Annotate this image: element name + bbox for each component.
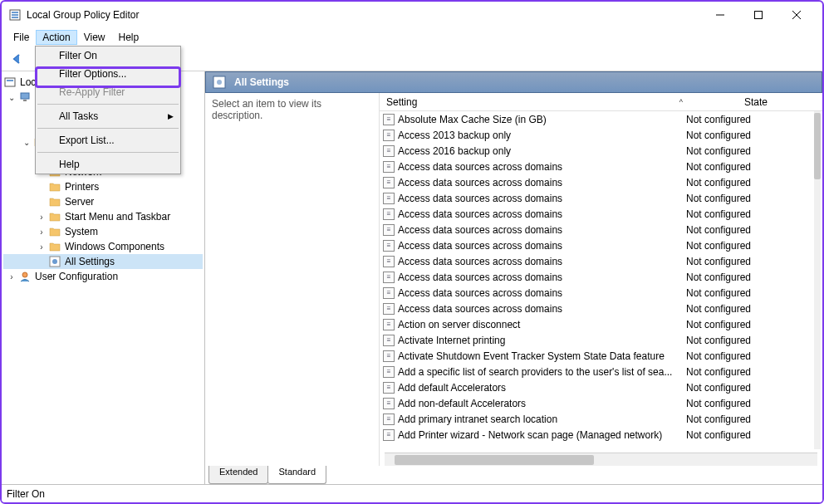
setting-state: Not configured (686, 398, 819, 409)
menu-bar: File Action View Help (2, 28, 822, 46)
list-item[interactable]: ≡Add default AcceleratorsNot configured (380, 379, 822, 395)
setting-state: Not configured (686, 287, 819, 299)
app-icon (8, 8, 22, 22)
setting-name: Access data sources across domains (398, 224, 562, 236)
list-item[interactable]: ≡Action on server disconnectNot configur… (380, 316, 822, 332)
list-item[interactable]: ≡Absolute Max Cache Size (in GB)Not conf… (380, 111, 822, 127)
list-item[interactable]: ≡Access data sources across domainsNot c… (380, 222, 822, 237)
policy-icon (3, 76, 17, 89)
list-item[interactable]: ≡Access data sources across domainsNot c… (380, 206, 822, 222)
description-pane: Select an item to view its description. (205, 93, 380, 466)
scrollbar-thumb[interactable] (814, 113, 821, 179)
list-item[interactable]: ≡Activate Internet printingNot configure… (380, 332, 822, 348)
svg-rect-3 (12, 17, 18, 18)
minimize-button[interactable] (701, 2, 739, 27)
tree-system[interactable]: › System (3, 224, 203, 239)
list-item[interactable]: ≡Access data sources across domainsNot c… (380, 301, 822, 316)
setting-name: Access data sources across domains (398, 272, 562, 283)
setting-state: Not configured (686, 272, 819, 283)
right-body: Select an item to view its description. … (205, 93, 822, 466)
folder-icon (48, 195, 61, 208)
close-button[interactable] (777, 2, 816, 27)
status-text: Filter On (7, 488, 45, 500)
tree-all-settings[interactable]: All Settings (3, 254, 203, 269)
list-item[interactable]: ≡Access data sources across domainsNot c… (380, 285, 822, 301)
list-pane: Setting ^ State ≡Absolute Max Cache Size… (380, 93, 822, 466)
folder-icon (48, 180, 61, 193)
dropdown-separator (37, 104, 179, 105)
policy-item-icon: ≡ (383, 161, 395, 173)
computer-icon (18, 91, 32, 104)
tab-standard[interactable]: Standard (267, 466, 326, 484)
list-item[interactable]: ≡Access 2016 backup onlyNot configured (380, 143, 822, 159)
tree-label: User Configuration (35, 271, 118, 282)
expander-icon[interactable]: › (5, 272, 18, 281)
list-item[interactable]: ≡Access data sources across domainsNot c… (380, 159, 822, 174)
column-state[interactable]: State (689, 96, 822, 108)
tree-server[interactable]: Server (3, 194, 203, 209)
menu-help[interactable]: Help (112, 30, 146, 45)
setting-name: Access data sources across domains (398, 240, 562, 252)
maximize-button[interactable] (739, 2, 777, 27)
setting-name: Access 2016 backup only (398, 145, 511, 157)
expander-icon[interactable]: ⌄ (5, 93, 18, 102)
setting-state: Not configured (686, 193, 819, 204)
svg-rect-8 (5, 78, 15, 86)
list-item[interactable]: ≡Add Printer wizard - Network scan page … (380, 427, 822, 443)
list-rows: ≡Absolute Max Cache Size (in GB)Not conf… (380, 111, 822, 453)
tree-label: Server (65, 196, 94, 208)
action-dropdown: Filter On Filter Options... Re-Apply Fil… (35, 46, 181, 174)
policy-item-icon: ≡ (383, 256, 395, 267)
tree-start-menu[interactable]: › Start Menu and Taskbar (3, 209, 203, 224)
title-bar: Local Group Policy Editor (2, 2, 822, 28)
setting-state: Not configured (686, 319, 819, 330)
dropdown-separator (37, 152, 179, 153)
list-item[interactable]: ≡Access data sources across domainsNot c… (380, 253, 822, 269)
policy-item-icon: ≡ (383, 193, 395, 204)
menu-action[interactable]: Action (36, 30, 76, 45)
horizontal-scrollbar[interactable] (385, 453, 817, 466)
list-item[interactable]: ≡Access data sources across domainsNot c… (380, 237, 822, 253)
vertical-scrollbar[interactable] (814, 111, 821, 449)
policy-item-icon: ≡ (383, 335, 395, 346)
expander-icon[interactable]: › (35, 228, 48, 237)
tabs-bar: Extended Standard (205, 466, 822, 484)
expander-icon[interactable]: › (35, 242, 48, 252)
list-item[interactable]: ≡Access data sources across domainsNot c… (380, 174, 822, 190)
expander-icon[interactable]: › (35, 213, 48, 222)
list-item[interactable]: ≡Add non-default AcceleratorsNot configu… (380, 395, 822, 411)
scrollbar-thumb[interactable] (395, 455, 594, 465)
setting-name: Access data sources across domains (398, 303, 562, 315)
setting-state: Not configured (686, 366, 819, 378)
tree-windows-components[interactable]: › Windows Components (3, 239, 203, 254)
list-item[interactable]: ≡Activate Shutdown Event Tracker System … (380, 348, 822, 364)
dropdown-filter-options[interactable]: Filter Options... (36, 65, 180, 83)
policy-item-icon: ≡ (383, 350, 395, 362)
dropdown-export-list[interactable]: Export List... (36, 131, 180, 149)
setting-state: Not configured (686, 161, 819, 173)
policy-item-icon: ≡ (383, 145, 395, 157)
setting-name: Activate Internet printing (398, 335, 505, 346)
svg-point-14 (22, 272, 27, 277)
tree-printers[interactable]: Printers (3, 179, 203, 194)
dropdown-separator (37, 128, 179, 129)
column-setting[interactable]: Setting ^ (380, 96, 689, 108)
list-item[interactable]: ≡Access data sources across domainsNot c… (380, 190, 822, 206)
dropdown-help[interactable]: Help (36, 155, 180, 174)
dropdown-filter-on[interactable]: Filter On (36, 46, 180, 65)
policy-item-icon: ≡ (383, 429, 395, 441)
list-item[interactable]: ≡Add primary intranet search locationNot… (380, 411, 822, 427)
back-button[interactable] (7, 49, 27, 69)
list-item[interactable]: ≡Access data sources across domainsNot c… (380, 269, 822, 285)
tab-extended[interactable]: Extended (208, 466, 268, 484)
dropdown-all-tasks[interactable]: All Tasks (36, 107, 180, 125)
setting-state: Not configured (686, 208, 819, 220)
list-item[interactable]: ≡Access 2013 backup onlyNot configured (380, 127, 822, 143)
menu-view[interactable]: View (77, 30, 112, 45)
menu-file[interactable]: File (7, 30, 36, 45)
list-item[interactable]: ≡Add a specific list of search providers… (380, 364, 822, 379)
status-bar: Filter On (2, 484, 822, 502)
svg-point-13 (52, 259, 57, 264)
expander-icon[interactable]: ⌄ (20, 138, 33, 147)
tree-user-config[interactable]: › User Configuration (3, 269, 203, 284)
